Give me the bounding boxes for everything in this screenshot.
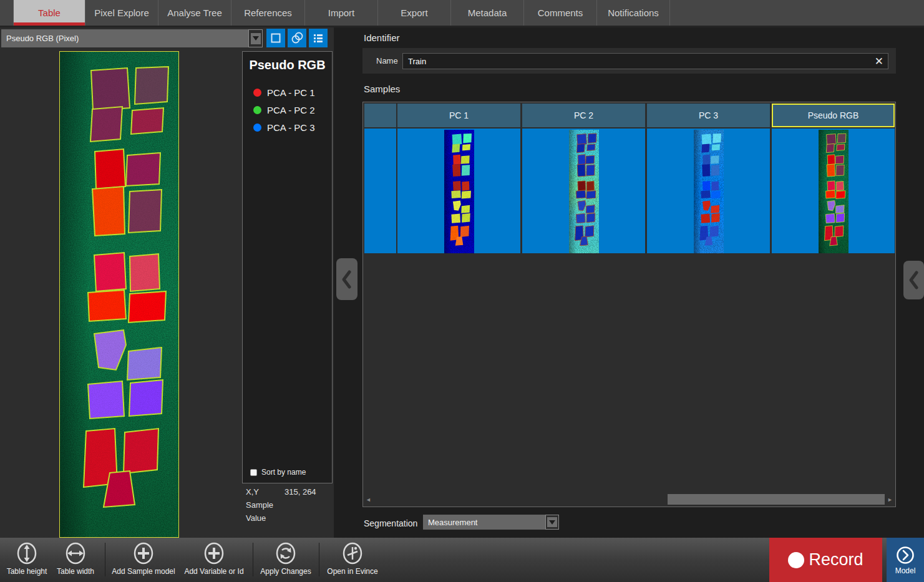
tab-pixel-explore[interactable]: Pixel Explore bbox=[85, 0, 158, 26]
splitter-strip bbox=[334, 27, 361, 538]
tab-bar: Table Pixel Explore Analyse Tree Referen… bbox=[0, 0, 924, 27]
samples-header-pc1[interactable]: PC 1 bbox=[397, 104, 520, 127]
name-input[interactable]: Train ✕ bbox=[402, 53, 888, 69]
samples-header-pc2[interactable]: PC 2 bbox=[522, 104, 645, 127]
samples-cell-pc2[interactable] bbox=[522, 129, 645, 253]
clear-name-icon[interactable]: ✕ bbox=[875, 55, 883, 68]
layer-dropdown-value: Pseudo RGB (Pixel) bbox=[1, 29, 248, 47]
table-width-icon bbox=[64, 541, 87, 565]
sort-by-name-checkbox[interactable] bbox=[250, 469, 257, 476]
tab-analyse-tree[interactable]: Analyse Tree bbox=[158, 0, 231, 26]
segmentation-label: Segmentation bbox=[364, 518, 417, 528]
model-button[interactable]: Model bbox=[887, 538, 924, 582]
lasso-tool-icon bbox=[289, 31, 304, 46]
status-xy-value: 315, 264 bbox=[284, 487, 316, 497]
samples-hscrollbar[interactable]: ◄ ► bbox=[364, 493, 895, 507]
tab-import[interactable]: Import bbox=[305, 0, 378, 26]
tab-metadata[interactable]: Metadata bbox=[451, 0, 524, 26]
segmentation-arrow-icon bbox=[547, 517, 557, 527]
identifier-name-panel: Name Train ✕ bbox=[362, 48, 896, 74]
status-xy-label: X,Y bbox=[246, 487, 259, 497]
collapse-left-handle[interactable] bbox=[336, 258, 357, 300]
bottom-toolbar: Table height Table width Add Sample mode… bbox=[0, 538, 924, 582]
dropdown-arrow-icon bbox=[251, 33, 261, 44]
open-in-evince-icon bbox=[341, 541, 364, 565]
viewer-panel: Pseudo RGB (Pixel) Pseudo RGB bbox=[0, 27, 334, 538]
samples-cell-pseudo-rgb[interactable] bbox=[772, 129, 895, 253]
apply-changes-button[interactable]: Apply Changes bbox=[259, 541, 313, 576]
legend-item-pc1[interactable]: PCA - PC 1 bbox=[253, 87, 315, 98]
pc3-dot-icon bbox=[253, 124, 261, 132]
detail-panel: Identifier Name Train ✕ Samples PC 1 PC … bbox=[361, 27, 924, 538]
pc1-thumbnail bbox=[444, 130, 474, 253]
select-rectangle-button[interactable] bbox=[266, 29, 285, 47]
table-height-button[interactable]: Table height bbox=[5, 541, 49, 576]
add-variable-icon bbox=[202, 541, 226, 565]
segmentation-dropdown[interactable]: Measurement bbox=[423, 515, 559, 530]
record-button[interactable]: Record bbox=[769, 538, 882, 582]
toolbar-separator bbox=[105, 543, 105, 576]
collapse-left-icon bbox=[339, 268, 354, 291]
collapse-right-icon bbox=[907, 269, 922, 291]
legend-title: Pseudo RGB bbox=[243, 58, 332, 72]
layer-dropdown[interactable]: Pseudo RGB (Pixel) bbox=[1, 29, 263, 47]
status-value-label: Value bbox=[246, 513, 266, 523]
lasso-tool-button[interactable] bbox=[288, 29, 306, 47]
scrollbar-thumb[interactable] bbox=[668, 494, 885, 505]
status-sample-label: Sample bbox=[246, 500, 273, 510]
pc2-thumbnail bbox=[569, 130, 599, 253]
sort-by-name-label: Sort by name bbox=[261, 468, 306, 477]
scroll-right-icon[interactable]: ► bbox=[887, 497, 893, 503]
identifier-title: Identifier bbox=[364, 32, 400, 43]
sort-by-name-row[interactable]: Sort by name bbox=[250, 468, 306, 477]
tab-table[interactable]: Table bbox=[13, 0, 85, 26]
legend-panel: Pseudo RGB PCA - PC 1 PCA - PC 2 PCA - P… bbox=[242, 51, 333, 483]
samples-cell-pc3[interactable] bbox=[647, 129, 770, 253]
add-variable-button[interactable]: Add Variable or Id bbox=[182, 541, 246, 576]
tab-comments[interactable]: Comments bbox=[524, 0, 597, 26]
scroll-left-icon[interactable]: ◄ bbox=[366, 497, 371, 503]
samples-header-pc3[interactable]: PC 3 bbox=[647, 104, 770, 127]
legend-item-pc2[interactable]: PCA - PC 2 bbox=[253, 105, 315, 115]
samples-title: Samples bbox=[364, 84, 400, 94]
tab-notifications[interactable]: Notifications bbox=[597, 0, 670, 26]
add-sample-model-icon bbox=[132, 541, 155, 565]
samples-corner-header bbox=[364, 104, 396, 127]
list-view-button[interactable] bbox=[309, 29, 328, 47]
pc2-dot-icon bbox=[253, 106, 261, 114]
apply-changes-icon bbox=[274, 541, 298, 565]
segmentation-value: Measurement bbox=[423, 515, 545, 530]
square-tool-icon bbox=[269, 31, 283, 45]
model-icon bbox=[895, 545, 915, 565]
collapse-right-handle[interactable] bbox=[903, 261, 924, 299]
segmentation-dropdown-button[interactable] bbox=[545, 515, 559, 530]
table-height-icon bbox=[15, 541, 39, 565]
pc3-thumbnail bbox=[694, 130, 724, 253]
pseudo-rgb-thumbnail bbox=[819, 130, 849, 253]
layer-dropdown-button[interactable] bbox=[248, 29, 263, 47]
samples-header-pseudo-rgb[interactable]: Pseudo RGB bbox=[772, 104, 895, 127]
record-dot-icon bbox=[788, 552, 804, 568]
pc1-dot-icon bbox=[253, 89, 261, 97]
open-in-evince-button[interactable]: Open in Evince bbox=[325, 541, 380, 576]
table-width-button[interactable]: Table width bbox=[54, 541, 97, 576]
samples-table: PC 1 PC 2 PC 3 Pseudo RGB bbox=[362, 102, 896, 507]
toolbar-separator bbox=[319, 543, 319, 576]
tab-references[interactable]: References bbox=[231, 0, 305, 26]
legend-item-pc3[interactable]: PCA - PC 3 bbox=[253, 122, 315, 133]
samples-row-header-cell[interactable] bbox=[364, 129, 396, 253]
name-label: Name bbox=[376, 48, 398, 74]
samples-cell-pc1[interactable] bbox=[397, 129, 520, 253]
list-view-icon bbox=[311, 31, 326, 46]
add-sample-model-button[interactable]: Add Sample model bbox=[111, 541, 176, 576]
tab-export[interactable]: Export bbox=[378, 0, 451, 26]
toolbar-separator bbox=[253, 543, 253, 576]
sample-image-main[interactable] bbox=[59, 51, 179, 538]
